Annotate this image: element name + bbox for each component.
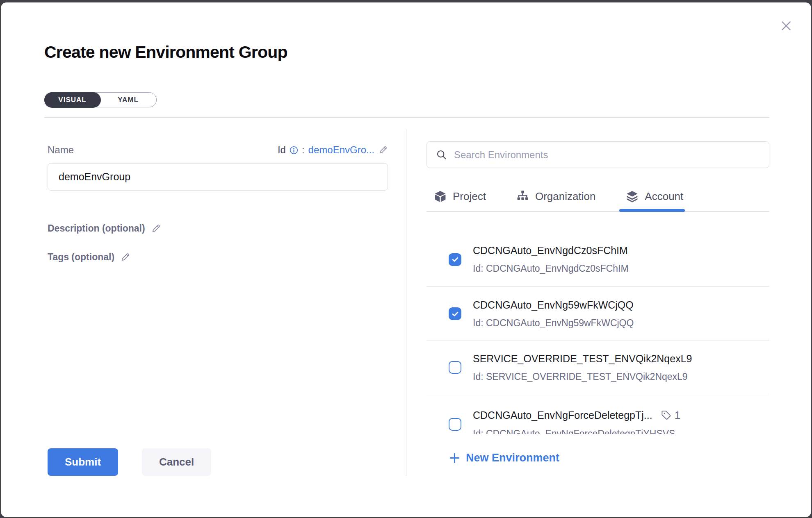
name-input[interactable] <box>48 163 388 191</box>
environment-id: Id: CDCNGAuto_EnvNg59wFkWCjQQ <box>473 318 634 329</box>
environment-checkbox[interactable] <box>449 307 461 320</box>
scope-tabs: Project Organization <box>427 182 769 212</box>
environment-id: Id: CDCNGAuto_EnvNgdCz0sFChIM <box>473 263 629 274</box>
environment-id: Id: CDCNGAuto_EnvNgForceDeletegpTjYHSVS <box>473 428 680 434</box>
tag-count-badge: 1 <box>661 409 680 422</box>
org-chart-icon <box>516 190 529 203</box>
tab-yaml[interactable]: YAML <box>100 93 156 107</box>
submit-button[interactable]: Submit <box>48 448 118 476</box>
search-environments-input[interactable] <box>454 149 760 161</box>
cube-icon <box>434 190 447 203</box>
environment-checkbox[interactable] <box>449 418 461 431</box>
id-colon: : <box>302 144 305 156</box>
close-icon[interactable] <box>779 19 793 33</box>
name-label: Name <box>48 144 74 156</box>
environment-name: CDCNGAuto_EnvNg59wFkWCjQQ <box>473 299 634 311</box>
environment-name: SERVICE_OVERRIDE_TEST_ENVQik2NqexL9 <box>473 353 692 365</box>
environment-row[interactable]: SERVICE_OVERRIDE_TEST_ENVQik2NqexL9 Id: … <box>427 341 769 394</box>
row-divider <box>427 394 769 394</box>
tag-icon <box>661 410 672 421</box>
check-icon <box>451 310 459 318</box>
tags-label: Tags (optional) <box>48 252 114 263</box>
check-icon <box>451 255 459 264</box>
edit-tags-pencil-icon[interactable] <box>120 252 130 262</box>
environment-row[interactable]: CDCNGAuto_EnvNgForceDeletegpTj... 1 I <box>427 395 769 434</box>
entity-id-value[interactable]: demoEnvGro... <box>308 144 374 156</box>
tab-project-label: Project <box>453 190 486 203</box>
environment-row[interactable]: CDCNGAuto_EnvNgdCz0sFChIM Id: CDCNGAuto_… <box>427 232 769 286</box>
environment-checkbox[interactable] <box>449 361 461 374</box>
tab-account-label: Account <box>645 190 683 203</box>
tab-organization-label: Organization <box>535 190 595 203</box>
cancel-button[interactable]: Cancel <box>142 448 211 476</box>
environment-checkbox[interactable] <box>449 253 461 266</box>
visual-yaml-toggle: VISUAL YAML <box>44 92 157 107</box>
tags-section: Tags (optional) <box>48 252 130 263</box>
search-icon <box>436 149 447 161</box>
entity-id-row: Id : demoEnvGro... <box>278 144 388 156</box>
id-label: Id <box>278 144 286 156</box>
info-icon[interactable] <box>290 146 298 154</box>
environment-list: CDCNGAuto_EnvNgdCz0sFChIM Id: CDCNGAuto_… <box>427 212 769 434</box>
tab-organization[interactable]: Organization <box>516 182 595 211</box>
tab-visual[interactable]: VISUAL <box>44 92 101 108</box>
description-section: Description (optional) <box>48 223 161 234</box>
environments-panel: Project Organization <box>427 2 769 517</box>
environment-name: CDCNGAuto_EnvNgdCz0sFChIM <box>473 245 629 257</box>
edit-description-pencil-icon[interactable] <box>151 223 161 234</box>
create-environment-group-dialog: Create new Environment Group VISUAL YAML… <box>1 2 811 517</box>
name-field-header: Name Id : demoEnvGro... <box>48 143 388 157</box>
description-label: Description (optional) <box>48 223 145 234</box>
panel-divider <box>406 129 406 476</box>
layers-icon <box>626 190 639 203</box>
tag-count: 1 <box>675 409 680 422</box>
search-environments-box <box>427 141 769 168</box>
new-environment-label: New Environment <box>466 452 559 464</box>
plus-icon <box>449 452 461 464</box>
page-title: Create new Environment Group <box>44 43 287 62</box>
edit-id-pencil-icon[interactable] <box>378 145 388 155</box>
new-environment-button[interactable]: New Environment <box>449 452 559 464</box>
environment-name: CDCNGAuto_EnvNgForceDeletegpTj... <box>473 409 652 421</box>
environment-id: Id: SERVICE_OVERRIDE_TEST_ENVQik2NqexL9 <box>473 371 692 382</box>
tab-project[interactable]: Project <box>434 182 486 211</box>
environment-row[interactable]: CDCNGAuto_EnvNg59wFkWCjQQ Id: CDCNGAuto_… <box>427 287 769 341</box>
tab-account[interactable]: Account <box>626 182 683 211</box>
